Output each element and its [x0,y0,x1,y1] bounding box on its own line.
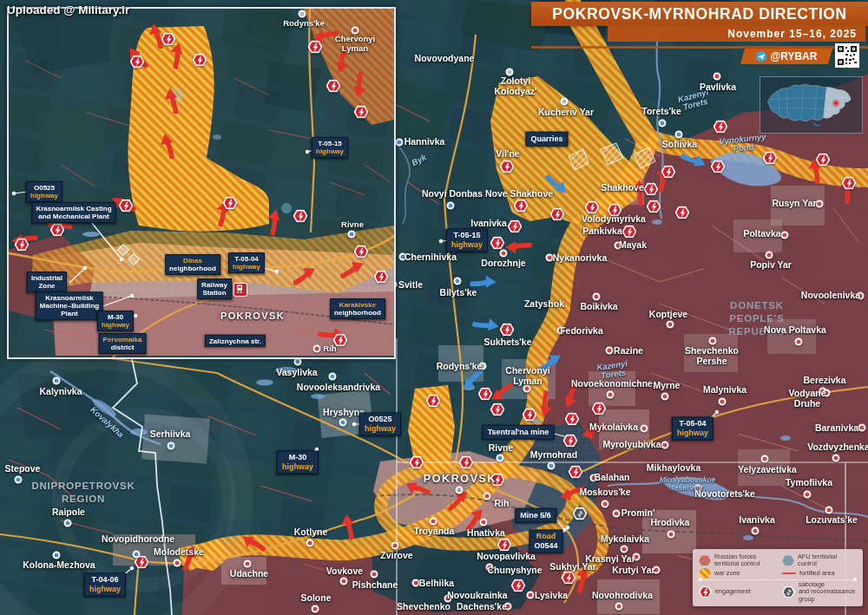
afu-control-icon [782,555,794,566]
legend-row: war zonefortified area [699,568,857,579]
town-label: Kolona-Mezhova [23,560,95,571]
legend-label: sabotageand reconnaissance group [799,581,857,603]
info-badge: RoadO0544 [529,529,562,553]
town-label: Novopavlivka [477,552,536,562]
engagement-icon [497,539,512,552]
town-label: Popiv Yar [750,260,792,271]
engagement-icon [50,224,65,237]
town-marker [615,603,623,611]
town-label: Chernihivka [404,252,457,263]
town-marker [858,424,866,432]
town-label: Novoolenivka [801,291,860,301]
engagement-icon [675,206,690,219]
town-label: Raipole [52,507,85,518]
town-label: Hryshyne [323,408,365,418]
town-label: Belhiika [419,579,454,589]
town-label: Kucheriv Yar [538,108,594,118]
town-marker [641,425,648,433]
highway-badge: M-30highway [277,450,319,474]
town-marker [447,202,455,210]
town-marker [752,527,760,535]
engagement-icon [374,271,389,284]
engagement-icon [161,33,176,46]
town-label: Ivanivka [470,219,506,229]
russian-control-icon [699,555,711,566]
town-label: Mykolaivka [589,422,638,433]
engagement-icon [713,121,728,134]
legend-label: fortified area [799,570,835,577]
plant-marker [117,244,129,256]
town-marker [340,578,348,586]
ukraine-locator-map [760,76,863,134]
town-label: Shakhove [601,183,644,193]
town-label: Novoukrainka [447,591,507,601]
highway-badge: T-04-06highway [84,572,126,596]
town-marker [64,520,72,527]
engagement-icon [326,80,341,93]
legend-divider [700,579,855,580]
town-marker [832,455,840,462]
highway-badge: O0525highway [359,412,401,435]
town-label: Boikivka [580,302,617,312]
info-badge: Quarries [525,132,568,147]
engagement-icon [490,403,505,416]
town-label: Hnativka [467,528,505,539]
advance-arrow-red [162,88,182,114]
town-marker [561,98,569,106]
legend-row: Russian forcesterritorial controlAFU ter… [699,553,857,568]
info-badge: Dinasneighborhood [165,254,220,275]
uploader-watermark: Uploaded @ Military.ir [7,3,129,16]
town-label: Dachens'ke [457,602,507,612]
town-marker [299,10,306,18]
town-marker [675,131,683,139]
war-zone-icon [699,568,711,579]
town-label: Mikhaylovka [647,463,700,474]
town-marker [496,455,504,462]
town-label: Malynivka [703,385,746,396]
engagement-icon [699,586,712,598]
town-marker [667,321,674,329]
town-marker [527,592,535,599]
qr-code [835,43,859,68]
town-label: Pankivka [582,226,622,237]
town-marker [329,373,337,381]
engagement-icon [223,197,238,210]
engagement-icon [644,183,659,196]
town-marker [500,250,508,258]
town-marker [480,519,488,527]
info-badge: Tsentral'na mine [483,425,555,440]
town-marker [825,507,833,514]
town-label: Shevchenko [397,602,450,612]
town-label: Rusyn Yar [772,199,816,209]
town-marker [371,571,378,579]
town-marker [306,540,314,547]
advance-arrow-red [260,206,289,238]
rybar-handle: @RYBAR [771,50,818,62]
town-label: Molodetske [154,547,204,558]
engagement-icon [711,160,726,173]
map: NovovodyaneZolotyi Kolodyaz'Kucheriv Yar… [0,0,868,615]
engagement-icon [514,200,529,213]
town-label: Vil'ne [496,149,519,160]
town-marker [795,338,803,346]
town-label: Myrnohrad [530,450,577,461]
advance-arrow-red [345,69,374,101]
legend-item: sabotageand reconnaissance group [782,581,857,603]
town-label: Ivanivka [739,515,774,526]
town-label: Chervonyi Lyman [335,35,375,53]
town-label: Fedorivka [560,326,603,337]
town-marker [396,139,404,147]
legend-item: AFU territorial control [782,553,857,568]
highway-badge: O0525highway [26,181,62,202]
town-marker [133,551,141,559]
advance-arrow-red [338,257,368,282]
town-marker [313,345,321,353]
engagement-icon [459,456,474,469]
town-label: Myrolyubivka [602,440,661,450]
town-marker [713,73,721,81]
town-label: Zatyshok [524,299,564,310]
town-label: Zvirove [380,551,412,561]
town-label: Rodyns'ke [437,362,483,372]
advance-arrow-blue [470,311,502,339]
town-marker [804,491,812,499]
